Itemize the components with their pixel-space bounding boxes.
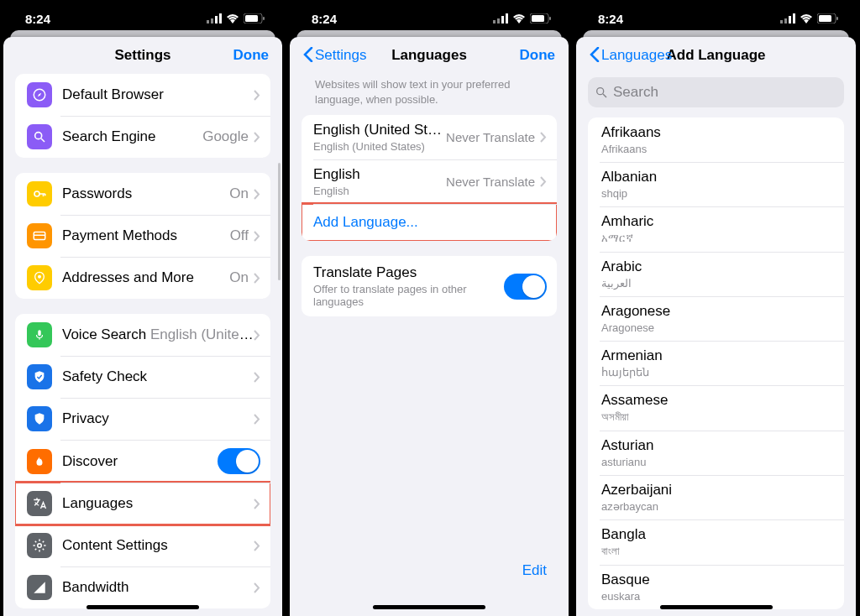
- section-description: Websites will show text in your preferre…: [302, 74, 557, 115]
- back-button[interactable]: Languages: [590, 47, 672, 64]
- nav-bar: Settings Languages Done: [290, 37, 569, 74]
- search-input[interactable]: Search: [588, 77, 844, 107]
- svg-rect-29: [793, 13, 795, 23]
- row-value: Never Translate: [446, 175, 535, 189]
- svg-rect-5: [245, 15, 258, 22]
- row-label: Add Language...: [313, 214, 547, 231]
- row-sublabel: հայերեն: [601, 366, 831, 378]
- safety-check-row[interactable]: Safety Check: [15, 356, 270, 398]
- chevron-icon: [254, 231, 260, 242]
- status-icons: [207, 13, 265, 23]
- row-sublabel: العربية: [601, 277, 831, 290]
- row-label: Content Settings: [62, 537, 254, 554]
- default-browser-row[interactable]: Default Browser: [15, 74, 270, 116]
- discover-row[interactable]: Discover: [15, 440, 270, 483]
- chevron-icon: [540, 132, 547, 143]
- row-label: Passwords: [62, 185, 229, 202]
- home-indicator[interactable]: [660, 605, 773, 609]
- nav-bar: Settings Done: [3, 37, 282, 74]
- language-option[interactable]: Assameseঅসমীয়া: [588, 385, 844, 431]
- home-indicator[interactable]: [87, 605, 199, 609]
- language-row[interactable]: English English Never Translate: [302, 159, 557, 204]
- bandwidth-row[interactable]: Bandwidth: [15, 566, 270, 608]
- search-engine-row[interactable]: Search Engine Google: [15, 116, 270, 158]
- language-option[interactable]: Banglaবাংলা: [588, 519, 844, 565]
- voice-search-row[interactable]: Voice Search English (United St...: [15, 314, 270, 356]
- compass-icon: [27, 82, 52, 107]
- payment-methods-row[interactable]: Payment Methods Off: [15, 215, 270, 257]
- row-sublabel: shqip: [601, 187, 831, 200]
- row-label: Armenian: [601, 347, 831, 364]
- chevron-icon: [254, 90, 260, 101]
- language-option[interactable]: Arabicالعربية: [588, 252, 844, 296]
- map-pin-icon: [27, 265, 52, 290]
- translate-icon: [27, 491, 52, 516]
- language-option[interactable]: Armenianհայերեն: [588, 341, 844, 385]
- row-sublabel: Offer to translate pages in other langua…: [313, 283, 496, 308]
- svg-point-8: [35, 133, 42, 139]
- svg-point-33: [597, 88, 604, 95]
- row-label: Search Engine: [62, 128, 202, 145]
- chevron-icon: [254, 414, 260, 425]
- svg-rect-28: [789, 16, 791, 23]
- svg-rect-24: [532, 15, 544, 22]
- signal-icon: [493, 13, 508, 23]
- wifi-icon: [226, 13, 239, 23]
- svg-rect-22: [506, 13, 508, 23]
- row-label: Aragonese: [601, 303, 831, 320]
- status-time: 8:24: [25, 12, 50, 26]
- row-label: Payment Methods: [62, 227, 230, 244]
- language-option[interactable]: Amharicአማርኛ: [588, 206, 844, 252]
- language-option[interactable]: AfrikaansAfrikaans: [588, 117, 844, 162]
- status-time: 8:24: [598, 12, 623, 26]
- flame-icon: [27, 449, 52, 474]
- languages-row[interactable]: Languages: [15, 483, 270, 525]
- svg-rect-31: [819, 15, 831, 22]
- home-indicator[interactable]: [373, 605, 485, 609]
- language-option[interactable]: Basqueeuskara: [588, 565, 844, 609]
- svg-rect-1: [211, 18, 213, 23]
- row-label: Arabic: [601, 258, 831, 275]
- row-sublabel: አማርኛ: [601, 232, 831, 245]
- edit-button[interactable]: Edit: [522, 562, 547, 579]
- passwords-row[interactable]: Passwords On: [15, 173, 270, 215]
- discover-toggle[interactable]: [218, 448, 260, 474]
- add-language-button[interactable]: Add Language...: [302, 204, 557, 241]
- battery-icon: [244, 13, 265, 23]
- done-button[interactable]: Done: [520, 47, 556, 64]
- language-row[interactable]: English (United States) English (United …: [302, 115, 557, 159]
- chevron-icon: [254, 189, 260, 200]
- credit-card-icon: [27, 223, 52, 248]
- svg-rect-21: [501, 16, 504, 23]
- back-button[interactable]: Settings: [303, 47, 366, 64]
- addresses-row[interactable]: Addresses and More On: [15, 257, 270, 299]
- row-label: Languages: [62, 495, 254, 512]
- language-option[interactable]: Asturianasturianu: [588, 431, 844, 475]
- row-label: Assamese: [601, 392, 831, 409]
- signal-icon: [780, 13, 795, 23]
- row-value: Google: [202, 128, 249, 145]
- row-label: English (United States): [313, 122, 446, 138]
- chevron-icon: [254, 330, 260, 341]
- translate-pages-row[interactable]: Translate Pages Offer to translate pages…: [302, 256, 557, 316]
- translate-pages-toggle[interactable]: [504, 274, 547, 300]
- privacy-row[interactable]: Privacy: [15, 398, 270, 440]
- language-option[interactable]: Albanianshqip: [588, 162, 844, 206]
- status-time: 8:24: [312, 12, 337, 26]
- chevron-icon: [254, 499, 260, 509]
- row-value: On: [229, 269, 249, 286]
- battery-icon: [817, 13, 839, 23]
- svg-rect-26: [780, 20, 783, 23]
- language-option[interactable]: AragoneseAragonese: [588, 296, 844, 341]
- done-button[interactable]: Done: [233, 47, 270, 64]
- svg-rect-6: [263, 17, 265, 20]
- scrollbar[interactable]: [278, 163, 281, 280]
- content-settings-row[interactable]: Content Settings: [15, 525, 270, 566]
- language-option[interactable]: Azerbaijaniazərbaycan: [588, 475, 844, 519]
- svg-point-13: [38, 275, 41, 279]
- chevron-icon: [254, 132, 260, 143]
- svg-rect-3: [219, 13, 222, 23]
- svg-line-9: [41, 138, 45, 142]
- svg-point-10: [34, 191, 39, 196]
- row-label: Discover: [62, 453, 218, 470]
